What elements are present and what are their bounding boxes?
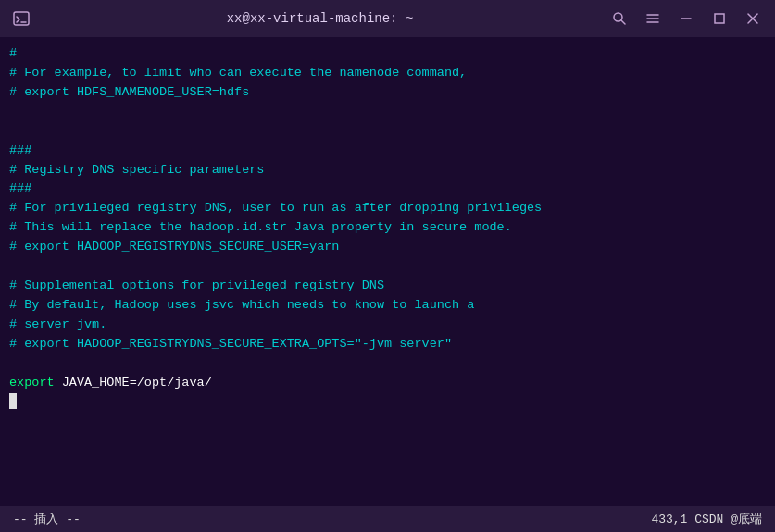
code-line: # server jvm. [9,315,766,335]
maximize-button[interactable] [708,7,731,30]
code-line: # By default, Hadoop uses jsvc which nee… [9,296,766,315]
code-line: # export HADOOP_REGISTRYDNS_SECURE_USER=… [9,238,766,257]
code-line: # For privileged registry DNS, user to r… [9,199,766,218]
minimize-button[interactable] [675,7,697,30]
status-bar: -- 插入 -- 433,1 CSDN @底端 [0,506,775,532]
code-line [9,354,766,374]
code-line: # For example, to limit who can execute … [9,64,766,83]
window-title: xx@xx-virtual-machine: ~ [227,11,414,26]
code-line [9,257,766,277]
code-line [9,103,766,122]
code-line: # export HADOOP_REGISTRYDNS_SECURE_EXTRA… [9,335,766,354]
title-bar: xx@xx-virtual-machine: ~ [0,0,775,37]
status-mode: -- 插入 -- [13,511,81,527]
svg-rect-0 [14,12,29,25]
svg-line-3 [621,20,625,24]
cursor [9,393,17,409]
svg-rect-8 [715,14,724,23]
code-line-export: export JAVA_HOME=/opt/java/ [9,374,766,393]
code-line: # This will replace the hadoop.id.str Ja… [9,218,766,238]
code-line: # Registry DNS specific parameters [9,161,766,180]
code-line: # Supplemental options for privileged re… [9,277,766,296]
menu-button[interactable] [642,7,664,30]
close-button[interactable] [742,7,764,30]
title-bar-left [11,8,31,29]
search-button[interactable] [608,7,631,30]
terminal-icon [11,8,31,29]
code-line-cursor [9,393,766,409]
code-line: # [9,44,766,64]
code-line [9,122,766,142]
status-position: 433,1 CSDN @底端 [651,511,762,527]
code-line: # export HDFS_NAMENODE_USER=hdfs [9,83,766,103]
terminal-window: xx@xx-virtual-machine: ~ [0,0,775,532]
code-line: ### [9,142,766,161]
title-bar-controls [608,7,764,30]
code-line: ### [9,179,766,199]
terminal-body[interactable]: # # For example, to limit who can execut… [0,37,775,506]
